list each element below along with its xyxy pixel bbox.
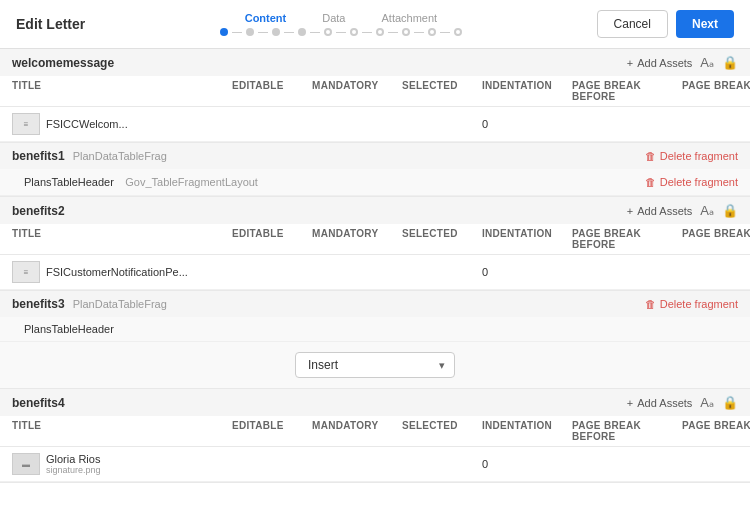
row-title-fsicustomer: ≡ FSICustomerNotificationPe... bbox=[12, 261, 232, 283]
indentation-val-b2: 0 bbox=[482, 266, 572, 278]
table-row-gloria: ▬ Gloria Rios signature.png 0 ✎ 🗑 › + bbox=[0, 447, 750, 482]
section-welcomemessage: welcomemessage + Add Assets Aₐ 🔒 TITLE E… bbox=[0, 49, 750, 143]
section-name-benefits3: benefits3 bbox=[12, 297, 65, 311]
table-header-benefits4: TITLE EDITABLE MANDATORY SELECTED INDENT… bbox=[0, 416, 750, 447]
fragment-name-planstableheader1: PlansTableHeader bbox=[24, 176, 114, 188]
indentation-val-gloria: 0 bbox=[482, 458, 572, 470]
col-page-break-after: PAGE BREAK AFTER bbox=[682, 80, 750, 102]
section-benefits2: benefits2 + Add Assets Aₐ 🔒 TITLE EDITAB… bbox=[0, 197, 750, 291]
insert-select-wrapper: Insert bbox=[295, 352, 455, 378]
next-button[interactable]: Next bbox=[676, 10, 734, 38]
delete-fragment-button-planstableheader1[interactable]: 🗑 Delete fragment bbox=[645, 176, 738, 188]
cancel-button[interactable]: Cancel bbox=[597, 10, 668, 38]
step-dot-4 bbox=[298, 28, 306, 36]
col-mandatory: MANDATORY bbox=[312, 80, 402, 102]
step-dot-10 bbox=[454, 28, 462, 36]
col-editable: EDITABLE bbox=[232, 80, 312, 102]
lock-icon-benefits2[interactable]: 🔒 bbox=[722, 203, 738, 218]
section-name-welcomemessage: welcomemessage bbox=[12, 56, 114, 70]
plus-icon-b4: + bbox=[627, 397, 633, 409]
step-dot-6 bbox=[350, 28, 358, 36]
table-row-fsi-customer: ≡ FSICustomerNotificationPe... 0 ✎ 🗑 › + bbox=[0, 255, 750, 290]
row-icon-fsicustomer: ≡ bbox=[12, 261, 40, 283]
step-dot-8 bbox=[402, 28, 410, 36]
table-row: ≡ FSICCWelcom... 0 ✎ 🗑 › + bbox=[0, 107, 750, 142]
trash-icon: 🗑 bbox=[645, 150, 656, 162]
col-selected: SELECTED bbox=[402, 80, 482, 102]
section-header-welcomemessage: welcomemessage + Add Assets Aₐ 🔒 bbox=[0, 49, 750, 76]
row-title-fsicc: ≡ FSICCWelcom... bbox=[12, 113, 232, 135]
col-page-break-before: PAGE BREAK BEFORE bbox=[572, 80, 682, 102]
fragment-name-planstableheader2: PlansTableHeader bbox=[24, 323, 114, 335]
page-title: Edit Letter bbox=[16, 16, 85, 32]
insert-row: Insert bbox=[0, 342, 750, 388]
steps-dots bbox=[220, 28, 462, 36]
row-title-text-gloria: Gloria Rios bbox=[46, 453, 101, 465]
step-label-data: Data bbox=[322, 12, 345, 24]
row-title-text-fsicustomer: FSICustomerNotificationPe... bbox=[46, 266, 188, 278]
main-content: welcomemessage + Add Assets Aₐ 🔒 TITLE E… bbox=[0, 49, 750, 517]
section-benefits3: benefits3 PlanDataTableFrag 🗑 Delete fra… bbox=[0, 291, 750, 389]
step-dot-9 bbox=[428, 28, 436, 36]
table-header-benefits2: TITLE EDITABLE MANDATORY SELECTED INDENT… bbox=[0, 224, 750, 255]
step-dot-7 bbox=[376, 28, 384, 36]
section-header-benefits4: benefits4 + Add Assets Aₐ 🔒 bbox=[0, 389, 750, 416]
col-indentation: INDENTATION bbox=[482, 80, 572, 102]
plus-icon-b2: + bbox=[627, 205, 633, 217]
header: Edit Letter Content Data Attachment bbox=[0, 0, 750, 49]
step-label-attachment: Attachment bbox=[382, 12, 438, 24]
step-dot-2 bbox=[246, 28, 254, 36]
section-benefits1: benefits1 PlanDataTableFrag 🗑 Delete fra… bbox=[0, 143, 750, 197]
delete-fragment-button-benefits3[interactable]: 🗑 Delete fragment bbox=[645, 298, 738, 310]
add-assets-button-benefits4[interactable]: + Add Assets bbox=[627, 397, 692, 409]
section-header-benefits3: benefits3 PlanDataTableFrag 🗑 Delete fra… bbox=[0, 291, 750, 317]
step-label-content: Content bbox=[245, 12, 287, 24]
trash-icon-b3: 🗑 bbox=[645, 298, 656, 310]
header-actions: Cancel Next bbox=[597, 10, 734, 38]
font-icon-benefits4[interactable]: Aₐ bbox=[700, 395, 714, 410]
indentation-val: 0 bbox=[482, 118, 572, 130]
trash-icon-2: 🗑 bbox=[645, 176, 656, 188]
row-title-text-fsicc: FSICCWelcom... bbox=[46, 118, 128, 130]
section-header-benefits2: benefits2 + Add Assets Aₐ 🔒 bbox=[0, 197, 750, 224]
table-header-welcomemessage: TITLE EDITABLE MANDATORY SELECTED INDENT… bbox=[0, 76, 750, 107]
steps-labels: Content Data Attachment bbox=[245, 12, 437, 24]
font-icon-benefits2[interactable]: Aₐ bbox=[700, 203, 714, 218]
step-dot-3 bbox=[272, 28, 280, 36]
section-name-benefits4: benefits4 bbox=[12, 396, 65, 410]
fragment-subtitle-planstableheader1: Gov_TableFragmentLayout bbox=[125, 176, 258, 188]
step-dot-5 bbox=[324, 28, 332, 36]
row-icon-fsicc: ≡ bbox=[12, 113, 40, 135]
fragment-item-planstableheader1: PlansTableHeader Gov_TableFragmentLayout… bbox=[0, 169, 750, 196]
section-name-benefits2: benefits2 bbox=[12, 204, 65, 218]
add-assets-button-welcomemessage[interactable]: + Add Assets bbox=[627, 57, 692, 69]
row-subtitle-gloria: signature.png bbox=[46, 465, 101, 475]
delete-fragment-button-benefits1[interactable]: 🗑 Delete fragment bbox=[645, 150, 738, 162]
fragment-item-planstableheader2: PlansTableHeader bbox=[0, 317, 750, 342]
plus-icon: + bbox=[627, 57, 633, 69]
section-subtitle-benefits3: PlanDataTableFrag bbox=[73, 298, 167, 310]
insert-select[interactable]: Insert bbox=[295, 352, 455, 378]
font-icon-welcomemessage[interactable]: Aₐ bbox=[700, 55, 714, 70]
lock-icon-benefits4[interactable]: 🔒 bbox=[722, 395, 738, 410]
add-assets-button-benefits2[interactable]: + Add Assets bbox=[627, 205, 692, 217]
steps-container: Content Data Attachment bbox=[220, 12, 462, 36]
section-header-benefits1: benefits1 PlanDataTableFrag 🗑 Delete fra… bbox=[0, 143, 750, 169]
section-benefits4: benefits4 + Add Assets Aₐ 🔒 TITLE EDITAB… bbox=[0, 389, 750, 483]
section-name-benefits1: benefits1 bbox=[12, 149, 65, 163]
col-title: TITLE bbox=[12, 80, 232, 102]
row-icon-gloria: ▬ bbox=[12, 453, 40, 475]
step-dot-1 bbox=[220, 28, 228, 36]
lock-icon-welcomemessage[interactable]: 🔒 bbox=[722, 55, 738, 70]
row-title-gloria: ▬ Gloria Rios signature.png bbox=[12, 453, 232, 475]
section-subtitle-benefits1: PlanDataTableFrag bbox=[73, 150, 167, 162]
